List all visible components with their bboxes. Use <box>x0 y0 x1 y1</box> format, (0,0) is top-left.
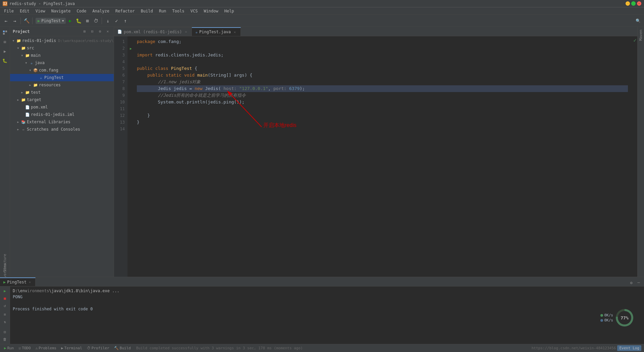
gutter-6[interactable]: ▶ <box>127 45 134 52</box>
debug-button[interactable]: 🐛 <box>74 17 83 25</box>
run-config-selector[interactable]: ▶ PingTest ▼ <box>36 18 66 24</box>
run-rerun-btn[interactable]: ↺ <box>1 303 9 309</box>
menu-code[interactable]: Code <box>74 8 89 14</box>
run-tab[interactable]: ▶ PingTest ✕ <box>0 277 36 286</box>
sidebar-icon-commit[interactable]: ⊞ <box>1 38 9 46</box>
menu-analyze[interactable]: Analyze <box>90 8 112 14</box>
run-trash-btn[interactable]: 🗑 <box>1 336 9 343</box>
tab-pom[interactable]: 📄 pom.xml (redis-01-jedis) ✕ <box>114 27 192 36</box>
vcs-push-btn[interactable]: ↑ <box>121 17 129 25</box>
tab-pingtest-icon: ☕ <box>195 30 198 34</box>
run-sort-btn[interactable]: ⇅ <box>1 319 9 325</box>
build-status-item[interactable]: 🔨 Build <box>113 344 132 352</box>
menu-navigate[interactable]: Navigate <box>49 8 73 14</box>
todo-status-item[interactable]: ☑ TODO <box>17 344 32 352</box>
run-restart-btn[interactable]: ▶ <box>1 288 9 294</box>
left-sidebar-icons: ⊞ ▶ 🐛 Structure Favorites <box>0 27 10 277</box>
run-tab-close[interactable]: ✕ <box>28 280 32 284</box>
bottom-minimize-btn[interactable]: ─ <box>635 279 642 286</box>
tree-item-test[interactable]: ▶ 📁 test <box>10 89 114 96</box>
menu-help[interactable]: Help <box>222 8 237 14</box>
tree-arrow-resources: ▶ <box>28 83 32 87</box>
menu-refactor[interactable]: Refactor <box>113 8 138 14</box>
console-output: D:\environments\java\jdk1.8\bin\java.exe… <box>10 287 644 344</box>
project-expand-all[interactable]: ⊞ <box>81 28 88 35</box>
run-filter-btn[interactable]: ≡ <box>1 311 9 318</box>
close-button[interactable]: ✕ <box>637 1 641 6</box>
tree-label-main: main <box>31 53 41 58</box>
run-status-item[interactable]: ▶ Run <box>3 344 15 352</box>
tree-item-pingtest[interactable]: ☕ PingTest <box>10 74 114 81</box>
tab-pingtest[interactable]: ☕ PingTest.java ✕ <box>192 27 241 36</box>
tree-item-pom[interactable]: 📄 pom.xml <box>10 103 114 111</box>
project-close[interactable]: ✕ <box>104 28 111 35</box>
menu-view[interactable]: View <box>33 8 48 14</box>
tree-item-iml[interactable]: 📄 redis-01-jedis.iml <box>10 111 114 118</box>
terminal-status-item[interactable]: ▶ Terminal <box>60 344 84 352</box>
editor-area: 📄 pom.xml (redis-01-jedis) ✕ ☕ PingTest.… <box>114 27 637 277</box>
sidebar-icon-run[interactable]: ▶ <box>1 47 9 56</box>
toolbar-back-btn[interactable]: ← <box>2 17 10 25</box>
tree-item-java[interactable]: ▼ ☕ java <box>10 59 114 67</box>
search-everywhere-btn[interactable]: 🔍 <box>634 17 642 25</box>
memory-circle[interactable]: 77% <box>616 309 633 326</box>
vcs-update-btn[interactable]: ↓ <box>104 17 112 25</box>
tree-item-main[interactable]: ▼ 📁 main <box>10 52 114 59</box>
tab-pom-close[interactable]: ✕ <box>183 30 188 34</box>
bottom-settings-btn[interactable]: ⚙ <box>628 279 635 286</box>
event-log-button[interactable]: Event Log <box>617 345 641 351</box>
project-collapse-all[interactable]: ⊟ <box>89 28 96 35</box>
project-settings[interactable]: ⚙ <box>97 28 103 35</box>
menu-run[interactable]: Run <box>156 8 169 14</box>
tree-icon-test: 📁 <box>25 90 30 95</box>
maximize-button[interactable]: □ <box>631 1 636 6</box>
toolbar-sep-3 <box>102 17 102 24</box>
line-num-13: 13 <box>115 119 126 126</box>
tree-item-ext-libs[interactable]: ▶ 📚 External Libraries <box>10 118 114 126</box>
menu-tools[interactable]: Tools <box>170 8 187 14</box>
gutter-7 <box>127 52 134 58</box>
code-line-9: //Jedis所有的命令就是之前学习的所有指令 <box>137 92 628 99</box>
menu-vcs[interactable]: VCS <box>188 8 201 14</box>
sidebar-icon-favorites[interactable]: Favorites <box>1 268 9 277</box>
minimize-button[interactable]: － <box>626 1 630 6</box>
menu-file[interactable]: File <box>1 8 16 14</box>
code-line-6: public static void main(String[] args) { <box>137 72 628 79</box>
tree-item-scratches[interactable]: ▶ ✏ Scratches and Consoles <box>10 126 114 133</box>
menu-window[interactable]: Window <box>201 8 221 14</box>
menu-edit[interactable]: Edit <box>17 8 32 14</box>
project-panel-title: Project <box>13 29 30 34</box>
coverage-button[interactable]: ⊞ <box>83 17 91 25</box>
title-bar: IJ redis-study - PingTest.java － □ ✕ <box>0 0 644 7</box>
profile-button[interactable]: ⏱ <box>92 17 100 25</box>
run-button[interactable]: ▶ <box>66 17 74 25</box>
run-stop-btn[interactable]: ■ <box>1 295 9 302</box>
run-wrap-btn[interactable]: ⊡ <box>1 329 9 335</box>
sidebar-icon-debug[interactable]: 🐛 <box>1 56 9 65</box>
vcs-commit-btn[interactable]: ✓ <box>112 17 120 25</box>
toolbar-build-btn[interactable]: 🔨 <box>22 17 31 25</box>
tab-pingtest-close[interactable]: ✕ <box>232 30 237 34</box>
menu-build[interactable]: Build <box>138 8 156 14</box>
problems-status-item[interactable]: ⚠ Problems <box>34 344 58 352</box>
memory-dot-1 <box>600 314 603 317</box>
tree-item-target[interactable]: ▶ 📁 target <box>10 96 114 103</box>
checkmark-indicator: ✓ <box>633 37 637 43</box>
todo-label: TODO <box>22 346 31 350</box>
memory-stats: 0K/s 0K/s <box>600 313 613 322</box>
tree-item-package[interactable]: ▼ 📦 com.fang <box>10 67 114 74</box>
profiler-status-item[interactable]: ⏱ Profiler <box>86 344 111 352</box>
tree-item-root[interactable]: ▼ 📁 redis-01-jedis D:\workspace\redis-st… <box>10 37 114 44</box>
sidebar-icon-project[interactable] <box>1 28 9 37</box>
tree-item-resources[interactable]: ▶ 📁 resources <box>10 81 114 89</box>
toolbar-sep-1 <box>20 17 21 24</box>
code-editor[interactable]: package com.fang; import redis.clients.j… <box>134 36 631 277</box>
gutter-9 <box>127 65 134 72</box>
maven-panel-label[interactable]: Maven <box>638 28 644 42</box>
tree-label-ext-libs: External Libraries <box>27 120 70 124</box>
tree-icon-iml: 📄 <box>25 112 30 117</box>
toolbar-forward-btn[interactable]: → <box>11 17 19 25</box>
tree-item-src[interactable]: ▼ 📁 src <box>10 44 114 52</box>
tree-label-src: src <box>27 46 34 50</box>
line-numbers: 1 2 3 4 5 6 7 8 9 10 11 12 13 14 <box>114 36 127 277</box>
